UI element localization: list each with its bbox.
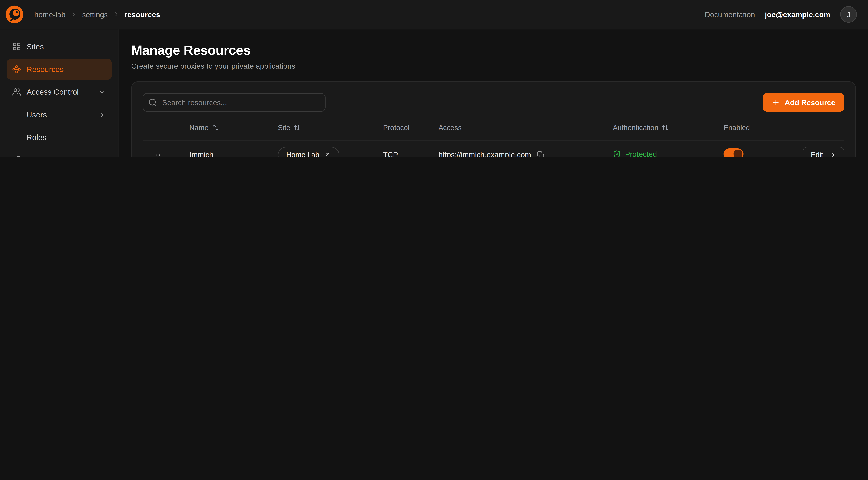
edit-label: Edit xyxy=(811,151,823,157)
enabled-cell xyxy=(723,148,796,157)
chevron-right-icon xyxy=(70,11,77,18)
search-input[interactable] xyxy=(143,93,326,112)
search-icon xyxy=(148,98,157,107)
app-logo[interactable] xyxy=(6,6,23,23)
breadcrumb-home-lab[interactable]: home-lab xyxy=(34,10,65,19)
edit-button[interactable]: Edit xyxy=(803,146,844,157)
site-link-button[interactable]: Home Lab xyxy=(278,146,339,157)
shield-check-icon xyxy=(613,150,621,157)
add-resource-button[interactable]: Add Resource xyxy=(763,93,844,112)
sidebar-item-shareable-links[interactable]: Shareable Links xyxy=(7,150,112,157)
column-label: Site xyxy=(278,123,290,132)
site-name: Home Lab xyxy=(286,151,319,157)
breadcrumb-settings[interactable]: settings xyxy=(82,10,108,19)
add-resource-label: Add Resource xyxy=(784,98,835,107)
row-actions-menu-button[interactable] xyxy=(153,148,166,157)
sidebar-item-roles[interactable]: Roles xyxy=(7,127,112,148)
arrow-up-right-icon xyxy=(324,151,331,157)
column-label: Name xyxy=(189,123,209,132)
app-root: home-lab settings resources Documentatio… xyxy=(0,0,868,157)
resource-name: Immich xyxy=(189,151,278,157)
users-icon xyxy=(12,87,21,96)
sidebar-item-users[interactable]: Users xyxy=(7,104,112,125)
row-menu-cell xyxy=(143,148,189,157)
sort-icon xyxy=(294,124,301,131)
sidebar-item-label: Resources xyxy=(27,65,64,74)
body-layout: Sites Resources Access Control Users Rol… xyxy=(0,29,868,157)
link-icon xyxy=(12,156,21,157)
column-label: Protocol xyxy=(383,123,409,132)
sidebar-item-label: Access Control xyxy=(27,87,79,96)
waypoints-icon xyxy=(12,65,21,74)
table-body: Immich Home Lab TCP https://immich.examp… xyxy=(143,141,844,157)
column-label: Enabled xyxy=(723,123,750,132)
enabled-toggle[interactable] xyxy=(723,148,744,157)
topbar-left: home-lab settings resources xyxy=(6,6,160,23)
sort-icon xyxy=(662,124,669,131)
breadcrumb-current: resources xyxy=(124,10,160,19)
arrow-right-icon xyxy=(828,151,836,157)
auth-status-badge: Protected xyxy=(613,150,657,157)
breadcrumb: home-lab settings resources xyxy=(34,10,160,19)
main-content: Manage Resources Create secure proxies t… xyxy=(119,29,868,157)
access-cell: https://immich.example.com xyxy=(438,150,613,157)
documentation-link[interactable]: Documentation xyxy=(705,10,755,19)
chevron-down-icon xyxy=(98,88,106,96)
sidebar-item-sites[interactable]: Sites xyxy=(7,36,112,57)
avatar[interactable]: J xyxy=(840,6,857,23)
site-cell: Home Lab xyxy=(278,146,383,157)
topbar-right: Documentation joe@example.com J xyxy=(705,6,857,23)
column-header-authentication[interactable]: Authentication xyxy=(613,123,723,132)
sidebar-item-access-control[interactable]: Access Control xyxy=(7,82,112,102)
sidebar-item-label: Sites xyxy=(27,42,44,51)
page-subtitle: Create secure proxies to your private ap… xyxy=(131,62,856,70)
access-value: https://immich.example.com xyxy=(438,151,531,157)
sidebar-item-label: Shareable Links xyxy=(27,156,82,157)
sidebar-item-resources[interactable]: Resources xyxy=(7,59,112,80)
chevron-right-icon xyxy=(98,111,106,119)
toggle-knob xyxy=(734,150,742,157)
column-header-protocol: Protocol xyxy=(383,123,438,132)
panel-toolbar: Add Resource xyxy=(143,93,844,112)
grid-icon xyxy=(12,42,21,51)
sidebar-item-label: Users xyxy=(27,110,47,119)
chevron-right-icon xyxy=(113,11,120,18)
sidebar: Sites Resources Access Control Users Rol… xyxy=(0,29,119,157)
user-email: joe@example.com xyxy=(765,10,830,19)
column-header-site[interactable]: Site xyxy=(278,123,383,132)
column-header-access: Access xyxy=(438,123,613,132)
plus-icon xyxy=(772,98,780,107)
topbar: home-lab settings resources Documentatio… xyxy=(0,0,868,29)
page-title: Manage Resources xyxy=(131,43,856,58)
auth-cell: Protected xyxy=(613,150,723,157)
resources-panel: Add Resource Name Site Protocol xyxy=(131,82,856,157)
edit-cell: Edit xyxy=(796,146,844,157)
table-row: Immich Home Lab TCP https://immich.examp… xyxy=(143,141,844,157)
copy-icon xyxy=(537,151,545,157)
column-header-enabled: Enabled xyxy=(723,123,796,132)
protocol-value: TCP xyxy=(383,151,438,157)
column-label: Access xyxy=(438,123,462,132)
search-box xyxy=(143,93,326,112)
auth-status-text: Protected xyxy=(625,150,657,157)
sidebar-item-label: Roles xyxy=(27,133,46,142)
copy-button[interactable] xyxy=(536,150,546,157)
column-label: Authentication xyxy=(613,123,658,132)
table-header: Name Site Protocol Access Authenticati xyxy=(143,115,844,141)
pangolin-logo-icon xyxy=(6,6,23,23)
ellipsis-icon xyxy=(155,150,164,157)
sort-icon xyxy=(212,124,219,131)
column-header-name[interactable]: Name xyxy=(189,123,278,132)
